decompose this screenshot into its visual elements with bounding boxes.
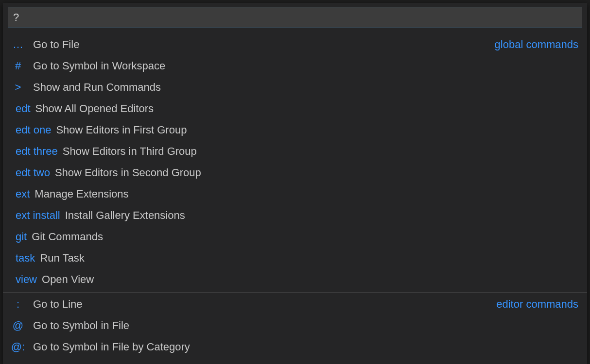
quick-open-item[interactable]: @Go to Symbol in File <box>3 315 587 336</box>
quick-open-item[interactable]: edtShow All Opened Editors <box>3 98 587 119</box>
item-label: Show Editors in First Group <box>56 124 187 136</box>
quick-open-item[interactable]: >Show and Run Commands <box>3 77 587 98</box>
quick-open-item[interactable]: :Go to Lineeditor commands <box>3 294 587 315</box>
item-label: Go to Symbol in File by Category <box>33 341 190 353</box>
item-label: Go to Symbol in Workspace <box>33 60 165 72</box>
item-prefix: git <box>8 231 27 243</box>
item-label: Manage Extensions <box>35 188 128 200</box>
quick-open-item[interactable]: @:Go to Symbol in File by Category <box>3 336 587 358</box>
quick-open-panel: …Go to Fileglobal commands#Go to Symbol … <box>3 3 587 364</box>
quick-open-input-wrap <box>3 3 587 32</box>
item-prefix: edt one <box>8 124 51 136</box>
item-label: Go to Symbol in File <box>33 319 129 332</box>
item-prefix: : <box>8 298 28 311</box>
item-label: Show and Run Commands <box>33 81 161 94</box>
item-prefix: edt two <box>8 166 50 179</box>
item-prefix: ext install <box>8 209 60 222</box>
item-prefix: edt three <box>8 145 58 158</box>
quick-open-item[interactable]: viewOpen View <box>3 269 587 290</box>
item-prefix: task <box>8 252 35 265</box>
item-label: Open View <box>42 273 94 286</box>
quick-open-list: …Go to Fileglobal commands#Go to Symbol … <box>3 32 587 364</box>
quick-open-item[interactable]: edt threeShow Editors in Third Group <box>3 141 587 162</box>
item-label: Show Editors in Second Group <box>55 166 201 179</box>
item-prefix: view <box>8 273 37 286</box>
item-prefix: @ <box>8 319 28 332</box>
item-prefix: @: <box>8 341 28 353</box>
quick-open-item[interactable]: #Go to Symbol in Workspace <box>3 55 587 77</box>
quick-open-item[interactable]: …Go to Fileglobal commands <box>3 34 587 55</box>
quick-open-input[interactable] <box>8 7 582 28</box>
item-label: Go to File <box>33 38 79 51</box>
item-prefix: edt <box>8 102 31 115</box>
group-separator <box>3 292 587 293</box>
item-prefix: # <box>8 60 28 72</box>
quick-open-item[interactable]: extManage Extensions <box>3 183 587 205</box>
item-label: Git Commands <box>32 231 103 243</box>
quick-open-item[interactable]: gitGit Commands <box>3 226 587 248</box>
quick-open-item[interactable]: edt twoShow Editors in Second Group <box>3 162 587 183</box>
item-prefix: … <box>8 38 28 51</box>
item-label: Show All Opened Editors <box>35 102 154 115</box>
group-badge: editor commands <box>496 298 578 311</box>
quick-open-item[interactable]: ext installInstall Gallery Extensions <box>3 205 587 226</box>
item-label: Run Task <box>40 252 84 265</box>
item-prefix: ext <box>8 188 30 200</box>
quick-open-item[interactable]: taskRun Task <box>3 248 587 269</box>
group-badge: global commands <box>495 38 578 51</box>
item-label: Show Editors in Third Group <box>63 145 197 158</box>
item-label: Install Gallery Extensions <box>65 209 185 222</box>
item-prefix: > <box>8 81 28 94</box>
item-label: Go to Line <box>33 298 83 311</box>
quick-open-item[interactable]: edt oneShow Editors in First Group <box>3 119 587 141</box>
